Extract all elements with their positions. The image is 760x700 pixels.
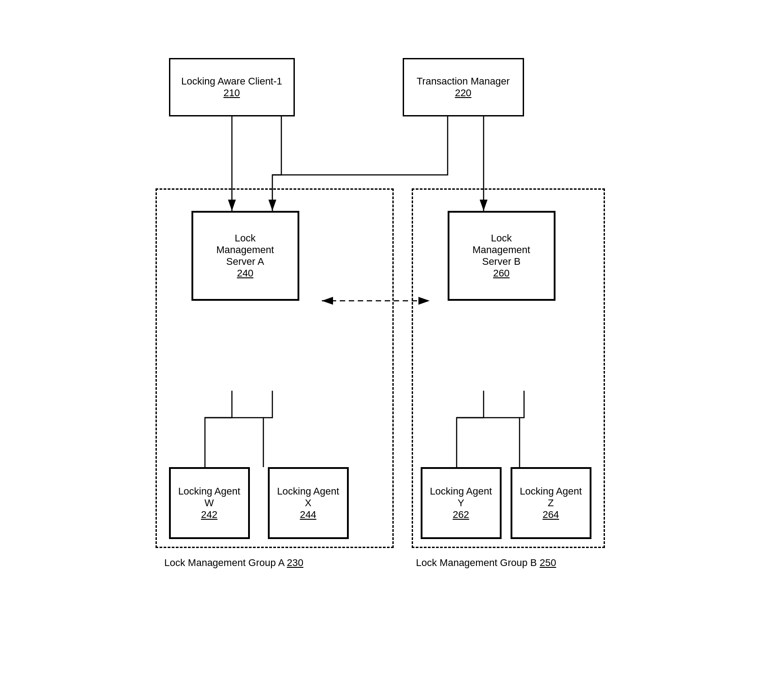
agent-y-line2: Y — [458, 497, 464, 509]
agent-w-line1: Locking Agent — [178, 486, 240, 497]
agent-z-line2: Z — [548, 497, 554, 509]
agent-x-num: 244 — [300, 509, 316, 521]
locking-client-label: Locking Aware Client-1 — [181, 76, 282, 87]
agent-z-line1: Locking Agent — [520, 486, 582, 497]
lock-server-b-num: 260 — [493, 268, 510, 279]
agent-w-line2: W — [204, 497, 214, 509]
lock-server-b-line2: Management — [472, 244, 530, 256]
lock-server-a-line2: Management — [216, 244, 274, 256]
lock-server-b-line1: Lock — [491, 232, 511, 244]
transaction-manager-label: Transaction Manager — [417, 76, 510, 87]
transaction-manager-num: 220 — [455, 87, 471, 99]
locking-client-num: 210 — [223, 87, 240, 99]
lock-server-a-box: Lock Management Server A 240 — [191, 211, 299, 301]
lock-server-b-line3: Server B — [482, 256, 521, 268]
group-a-label: Lock Management Group A 230 — [164, 557, 303, 569]
locking-agent-w-box: Locking Agent W 242 — [169, 467, 250, 539]
agent-x-line2: X — [305, 497, 311, 509]
locking-agent-x-box: Locking Agent X 244 — [268, 467, 349, 539]
agent-w-num: 242 — [201, 509, 218, 521]
locking-agent-y-box: Locking Agent Y 262 — [421, 467, 502, 539]
agent-y-line1: Locking Agent — [430, 486, 492, 497]
agent-z-num: 264 — [542, 509, 559, 521]
lock-server-a-num: 240 — [237, 268, 253, 279]
group-b-label: Lock Management Group B 250 — [416, 557, 556, 569]
locking-agent-z-box: Locking Agent Z 264 — [511, 467, 591, 539]
lock-server-a-line1: Lock — [235, 232, 255, 244]
diagram: Locking Aware Client-1 210 Transaction M… — [133, 36, 627, 665]
locking-client-box: Locking Aware Client-1 210 — [169, 58, 295, 116]
agent-y-num: 262 — [453, 509, 469, 521]
agent-x-line1: Locking Agent — [277, 486, 339, 497]
lock-server-b-box: Lock Management Server B 260 — [448, 211, 556, 301]
transaction-manager-box: Transaction Manager 220 — [403, 58, 524, 116]
lock-server-a-line3: Server A — [226, 256, 264, 268]
